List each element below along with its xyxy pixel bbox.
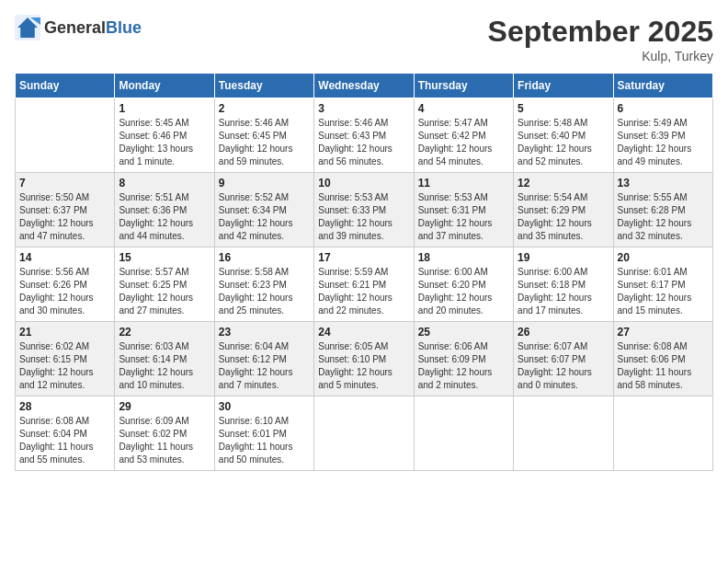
logo-blue: Blue bbox=[106, 18, 142, 37]
header-sunday: Sunday bbox=[16, 74, 115, 98]
month-title: September 2025 bbox=[488, 15, 713, 49]
day-number: 25 bbox=[418, 326, 509, 339]
day-number: 27 bbox=[618, 326, 709, 339]
cell-info: Sunrise: 5:53 AM Sunset: 6:33 PM Dayligh… bbox=[318, 191, 409, 243]
header-monday: Monday bbox=[115, 74, 214, 98]
calendar-cell: 4Sunrise: 5:47 AM Sunset: 6:42 PM Daylig… bbox=[414, 98, 513, 173]
cell-info: Sunrise: 6:05 AM Sunset: 6:10 PM Dayligh… bbox=[318, 340, 409, 392]
cell-info: Sunrise: 5:47 AM Sunset: 6:42 PM Dayligh… bbox=[418, 117, 509, 168]
day-number: 30 bbox=[219, 400, 310, 413]
calendar-cell: 12Sunrise: 5:54 AM Sunset: 6:29 PM Dayli… bbox=[514, 173, 613, 247]
calendar-cell: 11Sunrise: 5:53 AM Sunset: 6:31 PM Dayli… bbox=[414, 173, 513, 247]
cell-info: Sunrise: 5:51 AM Sunset: 6:36 PM Dayligh… bbox=[119, 191, 210, 243]
cell-info: Sunrise: 5:50 AM Sunset: 6:37 PM Dayligh… bbox=[19, 191, 110, 243]
calendar-cell: 5Sunrise: 5:48 AM Sunset: 6:40 PM Daylig… bbox=[514, 98, 613, 173]
day-number: 26 bbox=[518, 326, 609, 339]
day-number: 5 bbox=[518, 102, 609, 115]
calendar-cell: 16Sunrise: 5:58 AM Sunset: 6:23 PM Dayli… bbox=[214, 247, 313, 322]
cell-info: Sunrise: 5:48 AM Sunset: 6:40 PM Dayligh… bbox=[518, 117, 609, 168]
cell-info: Sunrise: 5:59 AM Sunset: 6:21 PM Dayligh… bbox=[318, 266, 409, 317]
header-tuesday: Tuesday bbox=[214, 74, 313, 98]
cell-info: Sunrise: 6:06 AM Sunset: 6:09 PM Dayligh… bbox=[418, 340, 509, 392]
logo-general: General bbox=[44, 18, 106, 37]
calendar-cell: 22Sunrise: 6:03 AM Sunset: 6:14 PM Dayli… bbox=[115, 322, 214, 396]
logo-icon bbox=[15, 15, 40, 40]
calendar-cell: 28Sunrise: 6:08 AM Sunset: 6:04 PM Dayli… bbox=[16, 396, 115, 471]
cell-info: Sunrise: 5:55 AM Sunset: 6:28 PM Dayligh… bbox=[618, 191, 709, 243]
calendar-cell: 10Sunrise: 5:53 AM Sunset: 6:33 PM Dayli… bbox=[314, 173, 414, 247]
calendar-cell: 17Sunrise: 5:59 AM Sunset: 6:21 PM Dayli… bbox=[314, 247, 414, 322]
calendar-week-row: 7Sunrise: 5:50 AM Sunset: 6:37 PM Daylig… bbox=[16, 173, 713, 247]
cell-info: Sunrise: 6:01 AM Sunset: 6:17 PM Dayligh… bbox=[618, 266, 709, 317]
day-number: 18 bbox=[418, 251, 509, 264]
cell-info: Sunrise: 5:49 AM Sunset: 6:39 PM Dayligh… bbox=[618, 117, 709, 168]
header-thursday: Thursday bbox=[414, 74, 513, 98]
day-number: 20 bbox=[618, 251, 709, 264]
cell-info: Sunrise: 6:07 AM Sunset: 6:07 PM Dayligh… bbox=[518, 340, 609, 392]
day-number: 6 bbox=[618, 102, 709, 115]
calendar-cell: 6Sunrise: 5:49 AM Sunset: 6:39 PM Daylig… bbox=[613, 98, 712, 173]
day-number: 7 bbox=[19, 177, 110, 190]
calendar-cell: 13Sunrise: 5:55 AM Sunset: 6:28 PM Dayli… bbox=[613, 173, 712, 247]
cell-info: Sunrise: 5:46 AM Sunset: 6:45 PM Dayligh… bbox=[219, 117, 310, 168]
calendar-cell: 20Sunrise: 6:01 AM Sunset: 6:17 PM Dayli… bbox=[613, 247, 712, 322]
cell-info: Sunrise: 5:53 AM Sunset: 6:31 PM Dayligh… bbox=[418, 191, 509, 243]
day-number: 23 bbox=[219, 326, 310, 339]
calendar-cell: 9Sunrise: 5:52 AM Sunset: 6:34 PM Daylig… bbox=[214, 173, 313, 247]
cell-info: Sunrise: 6:10 AM Sunset: 6:01 PM Dayligh… bbox=[219, 415, 310, 466]
cell-info: Sunrise: 6:08 AM Sunset: 6:04 PM Dayligh… bbox=[19, 415, 110, 466]
calendar-week-row: 28Sunrise: 6:08 AM Sunset: 6:04 PM Dayli… bbox=[16, 396, 713, 471]
calendar-cell: 8Sunrise: 5:51 AM Sunset: 6:36 PM Daylig… bbox=[115, 173, 214, 247]
day-number: 3 bbox=[318, 102, 409, 115]
calendar-cell: 24Sunrise: 6:05 AM Sunset: 6:10 PM Dayli… bbox=[314, 322, 414, 396]
calendar-week-row: 14Sunrise: 5:56 AM Sunset: 6:26 PM Dayli… bbox=[16, 247, 713, 322]
calendar-week-row: 21Sunrise: 6:02 AM Sunset: 6:15 PM Dayli… bbox=[16, 322, 713, 396]
header-saturday: Saturday bbox=[613, 74, 712, 98]
day-number: 21 bbox=[19, 326, 110, 339]
cell-info: Sunrise: 6:09 AM Sunset: 6:02 PM Dayligh… bbox=[119, 415, 210, 466]
cell-info: Sunrise: 6:00 AM Sunset: 6:18 PM Dayligh… bbox=[518, 266, 609, 317]
cell-info: Sunrise: 5:54 AM Sunset: 6:29 PM Dayligh… bbox=[518, 191, 609, 243]
calendar-cell: 23Sunrise: 6:04 AM Sunset: 6:12 PM Dayli… bbox=[214, 322, 313, 396]
calendar-header-row: SundayMondayTuesdayWednesdayThursdayFrid… bbox=[16, 74, 713, 98]
calendar-cell: 27Sunrise: 6:08 AM Sunset: 6:06 PM Dayli… bbox=[613, 322, 712, 396]
logo: GeneralBlue bbox=[15, 15, 142, 40]
cell-info: Sunrise: 6:04 AM Sunset: 6:12 PM Dayligh… bbox=[219, 340, 310, 392]
calendar-cell bbox=[414, 396, 513, 471]
calendar-cell: 3Sunrise: 5:46 AM Sunset: 6:43 PM Daylig… bbox=[314, 98, 414, 173]
calendar-cell: 18Sunrise: 6:00 AM Sunset: 6:20 PM Dayli… bbox=[414, 247, 513, 322]
day-number: 13 bbox=[618, 177, 709, 190]
cell-info: Sunrise: 5:52 AM Sunset: 6:34 PM Dayligh… bbox=[219, 191, 310, 243]
calendar-cell: 19Sunrise: 6:00 AM Sunset: 6:18 PM Dayli… bbox=[514, 247, 613, 322]
calendar-cell bbox=[16, 98, 115, 173]
title-area: September 2025 Kulp, Turkey bbox=[488, 15, 713, 63]
day-number: 15 bbox=[119, 251, 210, 264]
day-number: 17 bbox=[318, 251, 409, 264]
calendar-week-row: 1Sunrise: 5:45 AM Sunset: 6:46 PM Daylig… bbox=[16, 98, 713, 173]
cell-info: Sunrise: 6:02 AM Sunset: 6:15 PM Dayligh… bbox=[19, 340, 110, 392]
cell-info: Sunrise: 6:08 AM Sunset: 6:06 PM Dayligh… bbox=[618, 340, 709, 392]
day-number: 16 bbox=[219, 251, 310, 264]
day-number: 22 bbox=[119, 326, 210, 339]
cell-info: Sunrise: 6:03 AM Sunset: 6:14 PM Dayligh… bbox=[119, 340, 210, 392]
day-number: 10 bbox=[318, 177, 409, 190]
day-number: 24 bbox=[318, 326, 409, 339]
day-number: 4 bbox=[418, 102, 509, 115]
day-number: 12 bbox=[518, 177, 609, 190]
day-number: 2 bbox=[219, 102, 310, 115]
cell-info: Sunrise: 5:45 AM Sunset: 6:46 PM Dayligh… bbox=[119, 117, 210, 168]
day-number: 14 bbox=[19, 251, 110, 264]
calendar-cell: 15Sunrise: 5:57 AM Sunset: 6:25 PM Dayli… bbox=[115, 247, 214, 322]
cell-info: Sunrise: 5:57 AM Sunset: 6:25 PM Dayligh… bbox=[119, 266, 210, 317]
page-header: GeneralBlue September 2025 Kulp, Turkey bbox=[15, 15, 713, 63]
calendar-cell: 26Sunrise: 6:07 AM Sunset: 6:07 PM Dayli… bbox=[514, 322, 613, 396]
calendar-cell: 1Sunrise: 5:45 AM Sunset: 6:46 PM Daylig… bbox=[115, 98, 214, 173]
day-number: 9 bbox=[219, 177, 310, 190]
day-number: 1 bbox=[119, 102, 210, 115]
logo-text: GeneralBlue bbox=[44, 18, 142, 38]
calendar-table: SundayMondayTuesdayWednesdayThursdayFrid… bbox=[15, 73, 713, 471]
calendar-cell bbox=[514, 396, 613, 471]
calendar-cell: 21Sunrise: 6:02 AM Sunset: 6:15 PM Dayli… bbox=[16, 322, 115, 396]
cell-info: Sunrise: 5:56 AM Sunset: 6:26 PM Dayligh… bbox=[19, 266, 110, 317]
location: Kulp, Turkey bbox=[488, 49, 713, 63]
